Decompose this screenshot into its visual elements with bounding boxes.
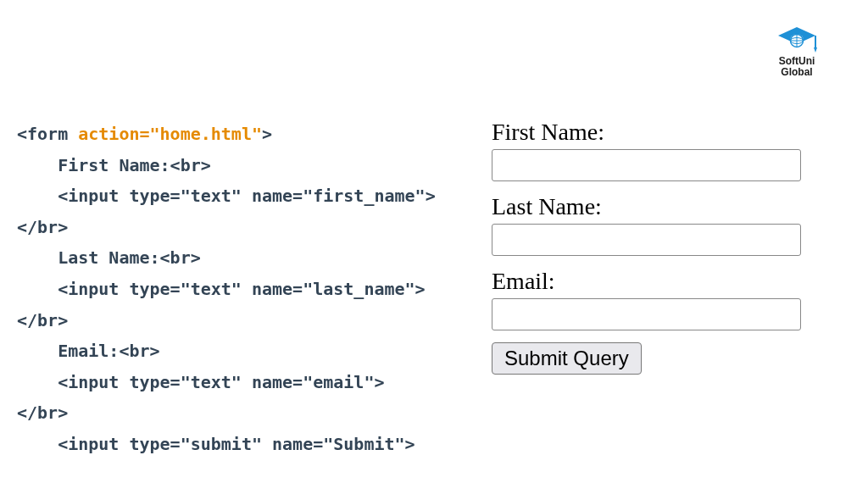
code-line: <input type="text" name="first_name">	[17, 186, 436, 206]
code-token-attr: action="home.html"	[78, 124, 262, 144]
code-line: </br>	[17, 402, 68, 423]
main-content: <form action="home.html"> First Name:<br…	[17, 119, 834, 483]
code-line: <input type="text" name="last_name">	[17, 279, 426, 299]
code-line: <input type="submit" name="Submit">	[17, 434, 415, 454]
code-line: <input type="text" name="email">	[17, 372, 384, 392]
code-token: <form	[17, 124, 78, 144]
logo: SoftUni Global	[776, 25, 817, 78]
code-line: Last Name:<br>	[17, 247, 201, 268]
code-line: </br>	[17, 310, 68, 330]
first-name-input[interactable]	[492, 149, 801, 181]
last-name-label: Last Name:	[492, 193, 834, 220]
graduation-cap-icon	[776, 25, 817, 54]
svg-marker-7	[814, 47, 817, 53]
rendered-form: First Name: Last Name: Email: Submit Que…	[479, 119, 834, 483]
logo-line-2: Global	[779, 67, 815, 78]
submit-button[interactable]: Submit Query	[492, 342, 642, 375]
code-block: <form action="home.html"> First Name:<br…	[17, 119, 479, 483]
code-line: </br>	[17, 217, 68, 237]
first-name-label: First Name:	[492, 119, 834, 146]
code-line: First Name:<br>	[17, 155, 211, 175]
email-input[interactable]	[492, 298, 801, 330]
logo-text: SoftUni Global	[779, 56, 815, 78]
code-token: >	[262, 124, 272, 144]
last-name-input[interactable]	[492, 224, 801, 256]
code-line: Email:<br>	[17, 341, 160, 361]
email-label: Email:	[492, 268, 834, 295]
